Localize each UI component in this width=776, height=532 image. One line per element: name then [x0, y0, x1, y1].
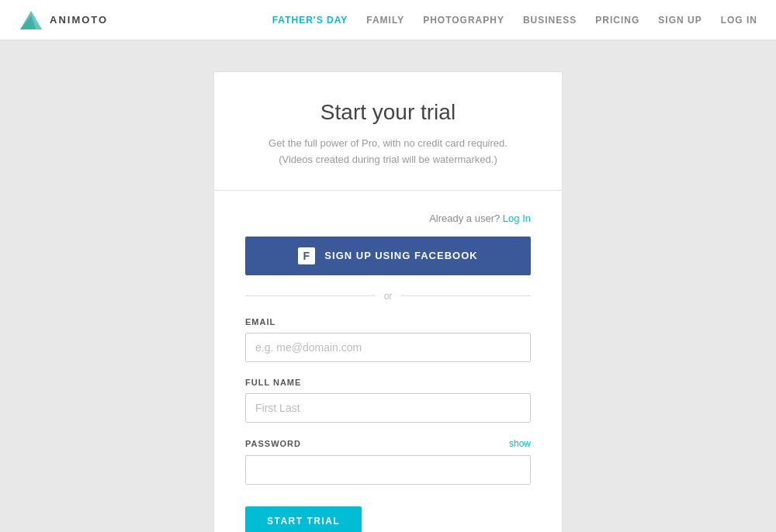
already-user-row: Already a user? Log In [245, 212, 531, 224]
card-title: Start your trial [245, 100, 531, 125]
email-label: EMAIL [245, 317, 531, 326]
header: ANIMOTO FATHER'S DAY FAMILY PHOTOGRAPHY … [0, 0, 776, 40]
email-group: EMAIL [245, 317, 531, 362]
nav-item-family[interactable]: FAMILY [366, 15, 404, 26]
nav-item-photography[interactable]: PHOTOGRAPHY [423, 15, 504, 26]
start-trial-button[interactable]: START TRIAL [245, 506, 362, 532]
nav-item-fathers-day[interactable]: FATHER'S DAY [272, 15, 348, 26]
nav-item-pricing[interactable]: PRICING [595, 15, 639, 26]
main-nav: FATHER'S DAY FAMILY PHOTOGRAPHY BUSINESS… [272, 15, 757, 26]
or-line-left [245, 295, 375, 296]
subtitle-line1: Get the full power of Pro, with no credi… [268, 137, 508, 149]
password-input[interactable] [245, 455, 531, 485]
log-in-link[interactable]: Log In [503, 212, 531, 224]
password-label-row: PASSWORD show [245, 438, 531, 449]
or-divider: or [245, 291, 531, 302]
fullname-label: FULL NAME [245, 378, 531, 387]
fullname-input[interactable] [245, 393, 531, 423]
facebook-icon: f [298, 247, 315, 264]
facebook-signup-button[interactable]: f SIGN UP USING FACEBOOK [245, 237, 531, 275]
signup-card: Start your trial Get the full power of P… [213, 71, 563, 532]
subtitle-line2: (Videos created during trial will be wat… [279, 154, 497, 165]
nav-item-login[interactable]: LOG IN [721, 15, 757, 26]
page-content: Start your trial Get the full power of P… [0, 40, 776, 532]
logo-text: ANIMOTO [50, 14, 108, 26]
already-user-text: Already a user? [429, 212, 500, 224]
logo-icon [19, 8, 43, 33]
password-group: PASSWORD show [245, 438, 531, 485]
fullname-group: FULL NAME [245, 378, 531, 423]
card-subtitle: Get the full power of Pro, with no credi… [245, 136, 531, 168]
or-text: or [384, 291, 393, 302]
facebook-btn-label: SIGN UP USING FACEBOOK [324, 250, 477, 261]
email-input[interactable] [245, 333, 531, 362]
or-line-right [401, 295, 531, 296]
logo[interactable]: ANIMOTO [19, 8, 108, 33]
password-label: PASSWORD [245, 439, 301, 448]
card-top: Start your trial Get the full power of P… [213, 71, 563, 190]
card-form: Already a user? Log In f SIGN UP USING F… [213, 191, 563, 532]
show-password-link[interactable]: show [509, 438, 531, 449]
nav-item-business[interactable]: BUSINESS [523, 15, 577, 26]
nav-item-signup[interactable]: SIGN UP [658, 15, 702, 26]
